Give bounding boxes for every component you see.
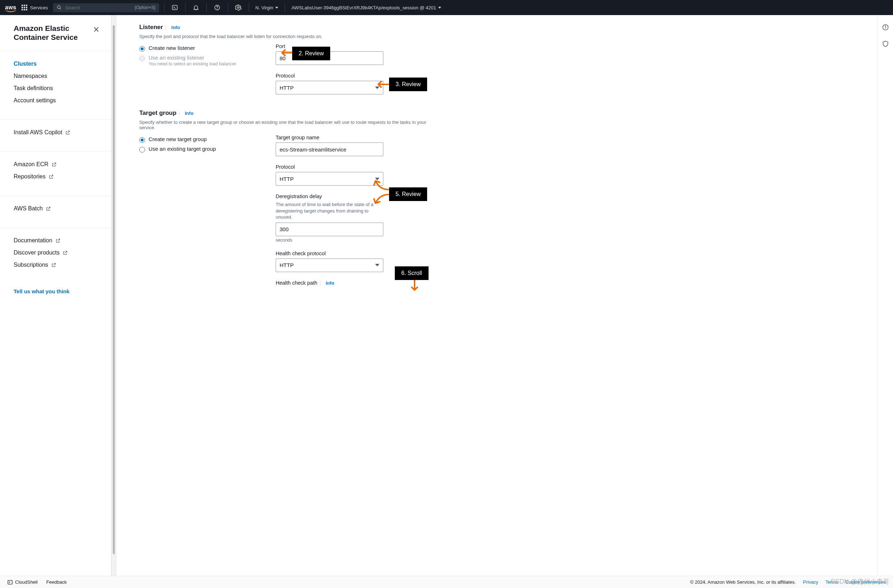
side-nav: Amazon Elastic Container Service ✕ Clust…: [0, 15, 111, 576]
cloudshell-icon[interactable]: [170, 2, 180, 13]
annotation-2: 2. Review: [292, 47, 330, 60]
search-shortcut: [Option+S]: [135, 5, 155, 10]
radio-create-new-listener[interactable]: Create new listener: [139, 44, 254, 53]
sidebar-item-task-definitions[interactable]: Task definitions: [0, 82, 111, 95]
aws-logo[interactable]: aws: [5, 4, 17, 11]
radio-dot-icon: [139, 147, 145, 153]
radio-dot-icon: [139, 137, 145, 143]
annotation-6: 6. Scroll: [395, 266, 428, 280]
dereg-delay-input[interactable]: [276, 223, 383, 236]
listener-heading: Listener: [139, 24, 163, 31]
footer-cookies[interactable]: Cookie preferences: [845, 579, 886, 585]
help-icon[interactable]: [212, 2, 222, 13]
radio-use-existing-target-group[interactable]: Use an existing target group: [139, 144, 254, 154]
user-menu[interactable]: AWSLabsUser-3946ggBSiEvrXRJ9b4KTAp/expto…: [290, 5, 442, 11]
info-panel-icon[interactable]: [882, 24, 889, 31]
settings-icon[interactable]: [233, 2, 244, 13]
grid-icon: [21, 5, 27, 11]
annotation-5: 5. Review: [389, 187, 427, 201]
listener-description: Specify the port and protocol that the l…: [139, 34, 434, 39]
sidebar-item-aws-batch[interactable]: AWS Batch: [0, 203, 111, 215]
dereg-delay-label: Deregistration delay: [276, 194, 383, 199]
target-group-description: Specify whether to create a new target g…: [139, 120, 434, 130]
arrow-left-up-icon: [373, 177, 390, 192]
caret-down-icon: [438, 7, 441, 9]
radio-dot-icon: [139, 56, 145, 62]
region-selector[interactable]: N. Virgin: [254, 5, 280, 11]
external-link-icon: [62, 250, 68, 256]
radio-use-existing-listener: Use an existing listener You need to sel…: [139, 53, 254, 68]
svg-point-6: [237, 7, 239, 9]
service-title: Amazon Elastic Container Service: [14, 24, 92, 42]
services-label: Services: [30, 5, 48, 11]
hc-path-label: Health check path: [276, 280, 317, 286]
sidebar-item-documentation[interactable]: Documentation: [0, 235, 111, 247]
target-protocol-label: Protocol: [276, 164, 383, 170]
region-label: N. Virgin: [256, 5, 274, 11]
hc-protocol-label: Health check protocol: [276, 251, 383, 256]
dereg-delay-help: The amount of time to wait before the st…: [276, 202, 380, 220]
sidebar-item-amazon-ecr[interactable]: Amazon ECR: [0, 158, 111, 170]
user-label: AWSLabsUser-3946ggBSiEvrXRJ9b4KTAp/expto…: [292, 5, 436, 11]
sidebar-item-clusters[interactable]: Clusters: [0, 58, 111, 70]
arrow-down-icon: [409, 279, 420, 295]
footer-terms[interactable]: Terms: [825, 579, 838, 585]
hc-protocol-select[interactable]: HTTP: [276, 259, 383, 272]
external-link-icon: [65, 130, 70, 135]
dereg-delay-unit: seconds: [276, 238, 383, 243]
listener-info-link[interactable]: Info: [171, 25, 180, 30]
tools-rail: [877, 15, 893, 576]
sidebar-item-copilot[interactable]: Install AWS Copilot: [0, 126, 111, 138]
listener-protocol-select[interactable]: HTTP: [276, 81, 383, 95]
security-panel-icon[interactable]: [882, 40, 889, 47]
footer-cloudshell[interactable]: CloudShell: [7, 579, 38, 585]
arrow-left-icon: [277, 47, 293, 58]
external-link-icon: [51, 162, 57, 167]
main-content: Listener | Info Specify the port and pro…: [116, 15, 877, 576]
footer-copyright: © 2024, Amazon Web Services, Inc. or its…: [690, 579, 796, 585]
arrow-left-icon: [373, 79, 389, 90]
arrow-right-icon: [116, 128, 119, 139]
listener-section: Listener | Info Specify the port and pro…: [139, 24, 863, 95]
notifications-icon[interactable]: [191, 2, 201, 13]
external-link-icon: [51, 262, 56, 268]
sidebar-item-subscriptions[interactable]: Subscriptions: [0, 259, 111, 271]
arrow-right-icon: [116, 34, 119, 45]
svg-point-9: [885, 26, 886, 27]
close-icon[interactable]: ✕: [92, 24, 101, 36]
external-link-icon: [45, 206, 51, 211]
target-group-name-label: Target group name: [276, 135, 383, 140]
footer-bar: CloudShell Feedback © 2024, Amazon Web S…: [0, 576, 893, 588]
services-menu[interactable]: Services: [21, 2, 48, 13]
sidebar-feedback-link[interactable]: Tell us what you think: [0, 286, 111, 297]
search-input[interactable]: [65, 5, 132, 11]
svg-point-0: [57, 6, 60, 9]
sidebar-item-discover-products[interactable]: Discover products: [0, 247, 111, 259]
radio-create-new-target-group[interactable]: Create new target group: [139, 135, 254, 144]
sidebar-item-namespaces[interactable]: Namespaces: [0, 70, 111, 82]
target-group-heading: Target group: [139, 110, 177, 117]
global-search[interactable]: [Option+S]: [53, 3, 159, 12]
listener-protocol-label: Protocol: [276, 73, 383, 79]
sidebar-item-repositories[interactable]: Repositories: [0, 170, 111, 183]
side-scrollbar[interactable]: [111, 15, 116, 576]
chevron-down-icon: [375, 264, 379, 266]
sidebar-item-account-settings[interactable]: Account settings: [0, 95, 111, 107]
arrow-left-down-icon: [373, 192, 390, 207]
caret-down-icon: [275, 7, 278, 9]
svg-point-5: [217, 9, 217, 9]
external-link-icon: [55, 238, 61, 244]
target-protocol-select[interactable]: HTTP: [276, 172, 383, 186]
target-group-name-input[interactable]: [276, 143, 383, 156]
footer-privacy[interactable]: Privacy: [803, 579, 818, 585]
annotation-3: 3. Review: [389, 78, 427, 91]
svg-line-1: [60, 8, 61, 9]
target-group-section: Target group | Info Specify whether to c…: [139, 110, 863, 286]
radio-dot-icon: [139, 46, 145, 52]
top-nav: aws Services [Option+S] N. Virgin AWSLab…: [0, 0, 893, 15]
hc-path-info-link[interactable]: Info: [326, 280, 335, 286]
external-link-icon: [48, 174, 54, 179]
search-icon: [57, 5, 62, 10]
target-group-info-link[interactable]: Info: [185, 111, 194, 116]
footer-feedback[interactable]: Feedback: [46, 579, 67, 585]
